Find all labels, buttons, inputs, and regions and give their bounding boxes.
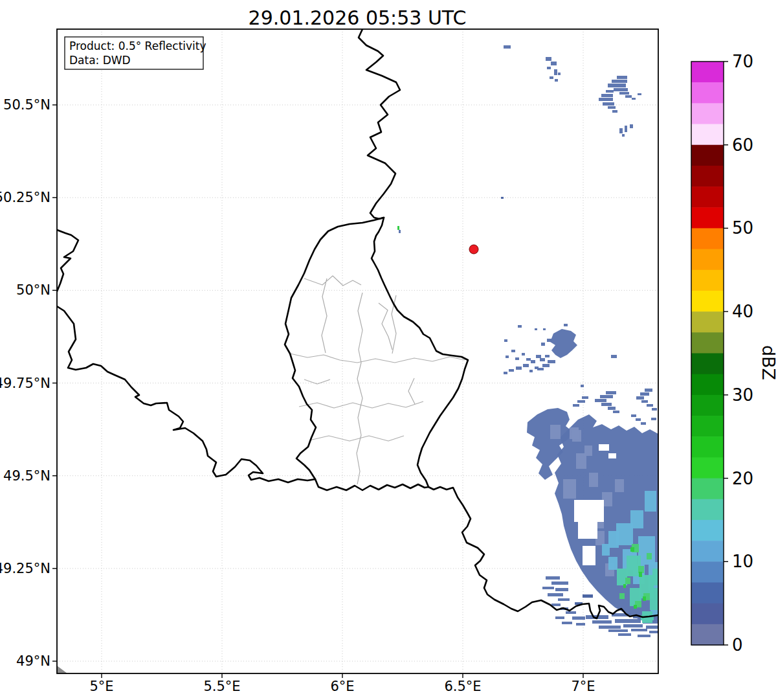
radar-echo-pixel [650,588,658,610]
colorbar-band [691,332,724,354]
radar-echo-pixel [652,569,658,585]
radar-echo-pixel [548,593,563,596]
radar-echo-pixel [615,479,624,492]
lat-tick-label: 49.5°N [3,468,50,484]
radar-echo-pixel [542,364,550,367]
radar-echo-pixel [641,422,646,425]
radar-echo-pixel [632,98,636,100]
colorbar-band [691,124,724,146]
colorbar-band [691,541,724,562]
colorbar-band [691,416,724,437]
radar-echo-pixel [504,372,507,374]
colorbar-tick-label: 10 [732,552,753,571]
radar-echo-pixel [611,355,617,358]
colorbar-band [691,457,724,479]
radar-echo-pixel [515,357,519,360]
radar-echo-pixel [545,355,550,357]
radar-echo-pixel [504,45,511,49]
product-label: Product: 0.5° Reflectivity [69,40,206,52]
radar-echo-pixel [572,616,585,620]
colorbar-band [691,145,724,166]
radar-map-figure: 5°E5.5°E6°E6.5°E7°E50.5°N50.25°N50°N49.7… [0,0,778,700]
colorbar-tick-label: 60 [732,135,753,155]
radar-echo-pixel [526,358,531,361]
radar-echo-pixel [558,73,561,75]
radar-echo-pixel [647,553,652,559]
colorbar-band [691,186,724,208]
colorbar-band [691,103,724,124]
radar-echo-pixel [612,80,627,83]
radar-echo-pixel [643,596,646,601]
radar-echo-pixel [608,84,626,87]
radar-echo-pixel [551,581,568,585]
radar-echo-pixel [555,79,558,82]
radar-echo-pixel [541,343,545,346]
radar-echo-pixel [522,353,525,356]
radar-echo-pixel [638,635,650,637]
radar-echo-pixel [602,544,610,556]
radar-echo-pixel [399,230,401,233]
radar-echo-pixel [550,76,553,79]
radar-echo-pixel [619,128,623,133]
radar-echo-pixel [576,623,585,626]
colorbar-tick-label: 20 [732,469,753,488]
colorbar-band [691,311,724,333]
radar-echo-pixel [511,350,515,352]
radar-echo-pixel [613,411,619,413]
colorbar-band [691,561,724,583]
radar-site-marker [469,245,478,254]
lat-tick-label: 50.25°N [0,190,50,205]
radar-echo-pixel [547,67,551,69]
radar-echo-pixel [634,605,637,609]
colorbar-band [691,354,724,375]
radar-echo-pixel [531,360,535,363]
radar-echo-pixel [601,403,612,406]
radar-echo-pixel [536,355,541,358]
lon-tick-label: 7°E [571,679,595,694]
radar-echo-pixel [608,629,628,632]
lat-tick-label: 50.5°N [3,97,50,113]
radar-echo-pixel [612,110,617,113]
radar-echo-pixel [600,395,613,398]
radar-echo-pixel [504,339,507,342]
radar-echo-pixel [631,629,647,631]
colorbar-band [691,82,724,104]
radar-echo-pixel [584,446,592,456]
lon-tick-label: 5.5°E [203,679,240,694]
colorbar-band [691,395,724,416]
radar-echo-pixel [614,88,628,91]
radar-echo-pixel [572,430,581,442]
colorbar-band [691,166,724,187]
radar-echo-pixel [608,106,616,109]
lon-tick-label: 6°E [330,679,354,694]
radar-echo-pixel [574,500,604,522]
colorbar-axis-label: dBZ [759,345,778,380]
radar-echo-pixel [623,584,626,588]
radar-map-canvas: 5°E5.5°E6°E6.5°E7°E50.5°N50.25°N50°N49.7… [0,0,778,700]
radar-echo-pixel [516,367,522,370]
radar-echo-pixel [546,576,560,580]
radar-echo-pixel [652,408,657,411]
radar-echo-pixel [603,102,614,106]
radar-echo-pixel [625,578,630,584]
radar-echo-pixel [606,90,614,93]
radar-echo-pixel [555,616,564,619]
radar-echo-pixel [601,94,613,97]
radar-echo-pixel [615,619,641,623]
radar-echo-pixel [649,631,658,633]
radar-echo-pixel [640,392,649,396]
colorbar-band [691,499,724,521]
radar-echo-pixel [625,126,627,132]
product-info-box: Product: 0.5° Reflectivity Data: DWD [65,37,206,69]
radar-echo-pixel [599,626,621,629]
figure-title: 29.01.2026 05:53 UTC [249,6,467,29]
radar-echo-pixel [625,95,632,98]
radar-echo-pixel [617,76,627,79]
radar-echo-pixel [546,57,551,61]
colorbar-ticks: 706050403020100 [724,52,753,655]
lon-tick-label: 5°E [89,679,113,694]
radar-echo-pixel [551,62,557,65]
radar-echo-pixel [646,626,658,629]
colorbar [691,62,724,646]
colorbar-band [691,374,724,396]
